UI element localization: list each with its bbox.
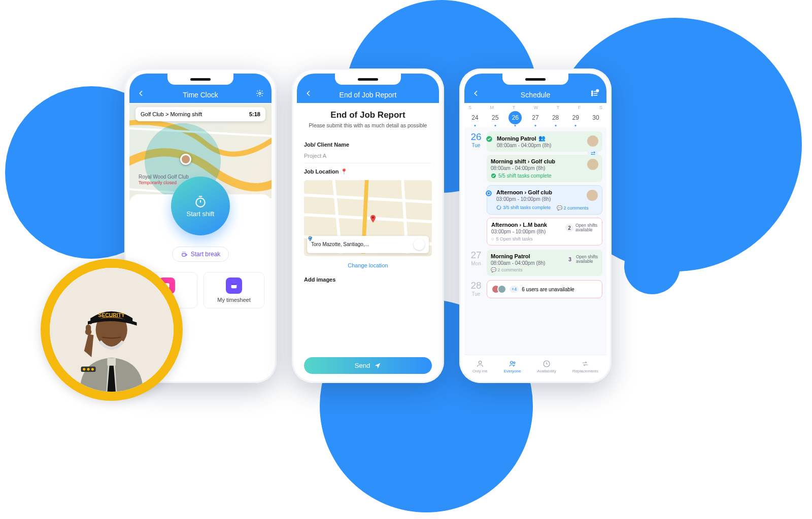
day-header: 27 Mon — [468, 250, 484, 276]
weekday-label: T — [557, 105, 560, 110]
security-guard-avatar: SECURITY — [41, 259, 183, 401]
back-icon[interactable] — [136, 88, 147, 99]
open-shifts-badge: 3 Open shifts available — [566, 255, 598, 264]
weekday-label: T — [513, 105, 516, 110]
svg-point-8 — [91, 368, 94, 370]
phone-job-report: End of Job Report End of Job Report Plea… — [292, 68, 444, 383]
weekday-label: W — [534, 105, 538, 110]
add-images-label: Add images — [304, 276, 432, 283]
location-address-bar[interactable]: Toro Mazotte, Santiago,... — [307, 236, 429, 253]
list-icon[interactable] — [589, 88, 600, 99]
settings-icon[interactable] — [254, 88, 265, 99]
svg-point-6 — [83, 368, 85, 370]
weekday-label: F — [578, 105, 581, 110]
phone-schedule: Schedule SMTWTFS 24252627282930 26 Tue — [459, 68, 612, 383]
user-location-pin — [180, 154, 191, 165]
avatar-icon — [587, 159, 598, 170]
svg-point-18 — [592, 93, 593, 94]
tab-replacements[interactable]: Replacements — [572, 360, 598, 373]
change-location-link[interactable]: Change location — [304, 262, 432, 268]
shift-elapsed: 5:18 — [249, 111, 260, 117]
unavailable-banner[interactable]: +4 6 users are unavailable — [487, 280, 602, 298]
svg-rect-4 — [86, 324, 91, 332]
shift-card[interactable]: Morning shift › Golf club 08:00am - 04:0… — [487, 155, 602, 182]
svg-point-10 — [196, 198, 205, 206]
avatar-stack — [491, 285, 506, 294]
start-shift-button[interactable]: Start shift — [171, 177, 230, 235]
job-name-input[interactable]: Project A — [304, 151, 432, 163]
day-header: 26 Tue — [468, 131, 484, 246]
calendar-strip[interactable]: SMTWTFS 24252627282930 — [464, 103, 606, 127]
calendar-day[interactable]: 27 — [529, 111, 542, 124]
active-shift-chip[interactable]: Golf Club > Morning shift 5:18 — [136, 107, 265, 121]
calendar-day[interactable]: 28 — [549, 111, 562, 124]
form-title: End of Job Report — [304, 110, 432, 120]
svg-point-26 — [479, 361, 481, 364]
timesheet-tile[interactable]: My timesheet — [204, 272, 264, 308]
shift-card[interactable]: Afternoon › L.M bank 03:00pm - 10:00pm (… — [487, 218, 602, 246]
svg-text:SECURITY: SECURITY — [98, 313, 125, 318]
calendar-day[interactable]: 26 — [509, 111, 522, 124]
job-location-label: Job Location 📍 — [304, 168, 432, 175]
appbar-title: Schedule — [482, 91, 589, 99]
svg-point-19 — [592, 95, 593, 96]
avatar-icon — [587, 190, 598, 201]
svg-point-28 — [513, 362, 515, 363]
svg-rect-13 — [231, 283, 237, 285]
people-icon: 👥 — [538, 135, 546, 142]
open-shifts-badge: 2 Open shifts available — [565, 223, 598, 233]
shift-card[interactable]: Afternoon › Golf club 03:00pm - 10:00pm … — [487, 185, 602, 215]
calendar-day[interactable]: 24 — [468, 111, 482, 124]
appbar-title: Time Clock — [147, 91, 254, 99]
tab-availability[interactable]: Availability — [537, 360, 556, 373]
svg-point-15 — [372, 217, 374, 219]
svg-point-27 — [510, 361, 513, 364]
weekday-label: S — [599, 105, 602, 110]
job-name-label: Job/ Client Name — [304, 142, 432, 148]
back-icon[interactable] — [470, 88, 482, 99]
shift-path: Golf Club > Morning shift — [141, 111, 202, 117]
start-break-button[interactable]: Start break — [172, 247, 229, 262]
form-subtitle: Please submit this with as much detail a… — [304, 122, 432, 129]
day-header: 28 Tue — [468, 280, 484, 298]
svg-point-24 — [488, 192, 490, 195]
appbar-title: End of Job Report — [314, 91, 422, 99]
svg-rect-2 — [108, 358, 116, 366]
svg-point-9 — [259, 92, 261, 94]
shift-card[interactable]: Morning Patrol 08:00am - 04:00pm (8h) 💬 … — [487, 250, 602, 276]
back-icon[interactable] — [303, 88, 314, 99]
calendar-day[interactable]: 30 — [589, 111, 602, 124]
locate-me-icon[interactable] — [414, 239, 425, 250]
calendar-day[interactable]: 29 — [569, 111, 582, 124]
tab-everyone[interactable]: Everyone — [504, 360, 521, 373]
location-map[interactable]: Toro Mazotte, Santiago,... — [304, 180, 432, 256]
svg-point-17 — [592, 91, 593, 92]
weekday-label: S — [468, 105, 471, 110]
bg-circle — [624, 238, 680, 294]
comments-link[interactable]: 💬 2 comments — [557, 205, 589, 211]
calendar-icon — [226, 278, 242, 294]
svg-point-20 — [596, 90, 599, 92]
bottom-tab-bar: Only me Everyone Availability Replacemen… — [464, 355, 606, 378]
send-button[interactable]: Send — [304, 357, 432, 374]
weekday-label: M — [490, 105, 494, 110]
tab-only-me[interactable]: Only me — [472, 360, 488, 373]
calendar-day[interactable]: 25 — [489, 111, 502, 124]
avatar-icon — [587, 135, 598, 147]
svg-point-7 — [87, 368, 90, 370]
shift-card[interactable]: Morning Patrol 👥 08:00am - 04:00pm (8h) … — [487, 131, 602, 152]
